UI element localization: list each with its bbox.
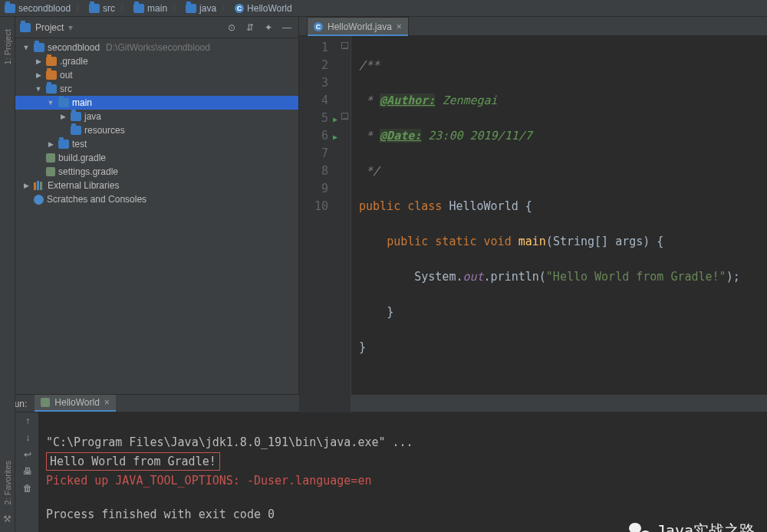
wrap-icon[interactable]: ↩	[24, 449, 31, 460]
project-sidebar: Project ▾ ⊙ ⇵ ✦ — ▼ secondblood D:\GitWo…	[15, 17, 299, 394]
tree-item[interactable]: ▶build.gradle	[15, 151, 298, 165]
folder-icon	[46, 84, 57, 94]
wechat-icon	[629, 521, 650, 532]
crumb-project[interactable]: secondblood	[5, 3, 71, 14]
chevron-right-icon: 〉	[172, 2, 181, 15]
line-gutter: 1234 5678 910 ▶ ▶	[299, 36, 339, 427]
svg-rect-1	[37, 181, 39, 190]
code-area[interactable]: /** * @Author: Zenmegai * @Date: 23:00 2…	[351, 36, 767, 427]
crumb-main[interactable]: main	[133, 3, 167, 14]
run-panel: Run: HelloWorld × ▶ ■ ⏸ ⏏ ▦ ↑ ↓ ↩ 🖶 🗑	[0, 394, 767, 532]
chevron-right-icon: 〉	[120, 2, 129, 15]
locate-icon[interactable]: ⊙	[225, 21, 239, 34]
chevron-right-icon[interactable]: ▶	[34, 57, 43, 65]
watermark: Java实战之路	[629, 521, 755, 532]
chevron-right-icon[interactable]: ▶	[21, 182, 31, 189]
folder-icon	[71, 112, 81, 121]
tree-item[interactable]: ▶settings.gradle	[15, 165, 298, 179]
folder-icon	[46, 71, 57, 80]
close-icon[interactable]: ×	[397, 21, 402, 32]
gradle-file-icon	[46, 167, 55, 176]
tree-item[interactable]: ▶test	[15, 137, 298, 151]
favorites-toolwindow-tab[interactable]: 2: Favorites	[3, 461, 12, 504]
library-icon	[34, 181, 44, 190]
folder-icon	[34, 43, 44, 52]
class-icon: C	[235, 4, 244, 13]
tree-item-selected[interactable]: ▼main	[15, 96, 298, 110]
down-icon[interactable]: ↓	[25, 432, 30, 443]
run-tab[interactable]: HelloWorld ×	[35, 395, 115, 412]
chevron-right-icon[interactable]: ▶	[34, 71, 43, 79]
run-toolbar-right: ↑ ↓ ↩ 🖶 🗑	[17, 412, 38, 532]
build-icon[interactable]: ⚒	[3, 514, 12, 524]
console-highlighted-output: Hello World from Gradle!	[46, 452, 220, 471]
chevron-right-icon[interactable]: ▶	[46, 140, 55, 148]
tree-item[interactable]: ▼src	[15, 82, 298, 96]
tree-scratches[interactable]: ▶Scratches and Consoles	[15, 192, 298, 206]
chevron-down-icon[interactable]: ▼	[21, 44, 31, 51]
tree-item[interactable]: ▶out	[15, 68, 298, 82]
folder-icon	[5, 4, 15, 13]
console-line: Process finished with exit code 0	[46, 507, 275, 521]
folder-icon	[46, 57, 57, 66]
gradle-file-icon	[46, 153, 55, 163]
folder-icon	[71, 126, 81, 135]
fold-column	[339, 36, 351, 427]
crumb-class[interactable]: CHelloWorld	[235, 3, 291, 14]
console-output[interactable]: "C:\Program Files\Java\jdk1.8.0_191\bin\…	[38, 412, 767, 532]
trash-icon[interactable]: 🗑	[23, 483, 32, 494]
breadcrumb: secondblood 〉 src 〉 main 〉 java 〉 CHello…	[0, 0, 767, 17]
project-toolwindow-tab[interactable]: 1: Project	[3, 29, 12, 64]
hide-icon[interactable]: —	[280, 21, 294, 34]
project-icon	[20, 23, 31, 32]
gear-icon[interactable]: ✦	[262, 21, 275, 34]
tree-root-path: D:\GitWorks\secondblood	[106, 42, 210, 53]
console-line: "C:\Program Files\Java\jdk1.8.0_191\bin\…	[46, 435, 413, 449]
svg-rect-0	[34, 182, 36, 190]
chevron-right-icon: 〉	[75, 2, 84, 15]
dropdown-icon[interactable]: ▾	[68, 22, 73, 33]
tree-item[interactable]: ▶resources	[15, 123, 298, 137]
run-panel-header: Run: HelloWorld ×	[0, 395, 767, 412]
left-toolstrip: 1: Project	[0, 17, 15, 394]
print-icon[interactable]: 🖶	[23, 466, 32, 477]
editor-tabbar: C HelloWorld.java ×	[299, 17, 767, 36]
tree-root[interactable]: ▼ secondblood D:\GitWorks\secondblood	[15, 41, 298, 54]
up-icon[interactable]: ↑	[25, 415, 30, 426]
folder-icon	[58, 98, 69, 107]
svg-rect-2	[40, 182, 42, 190]
fold-icon[interactable]	[341, 113, 348, 120]
scratches-icon	[34, 195, 44, 205]
editor-area: C HelloWorld.java × 1234 5678 910 ▶ ▶ /*	[299, 17, 767, 394]
chevron-down-icon[interactable]: ▼	[34, 85, 43, 93]
run-gutter-icon[interactable]: ▶	[333, 128, 337, 146]
fold-icon[interactable]	[341, 42, 348, 49]
editor-body[interactable]: 1234 5678 910 ▶ ▶ /** * @Author: Zenmega…	[299, 36, 767, 427]
console-line: Picked up JAVA_TOOL_OPTIONS: -Duser.lang…	[46, 474, 371, 488]
run-config-icon	[41, 398, 50, 407]
tree-item[interactable]: ▶.gradle	[15, 54, 298, 68]
tree-external-libs[interactable]: ▶External Libraries	[15, 179, 298, 192]
collapse-icon[interactable]: ⇵	[243, 21, 257, 34]
run-gutter-icon[interactable]: ▶	[333, 110, 337, 128]
chevron-right-icon: 〉	[221, 2, 230, 15]
folder-icon	[133, 4, 144, 13]
folder-icon	[58, 140, 69, 149]
editor-tab[interactable]: C HelloWorld.java ×	[307, 17, 409, 35]
tree-item[interactable]: ▶java	[15, 110, 298, 123]
project-tree[interactable]: ▼ secondblood D:\GitWorks\secondblood ▶.…	[15, 38, 298, 394]
class-icon: C	[314, 22, 323, 31]
folder-icon	[89, 4, 100, 13]
chevron-right-icon[interactable]: ▶	[58, 113, 67, 120]
crumb-src[interactable]: src	[89, 3, 115, 14]
folder-icon	[186, 4, 196, 13]
crumb-java[interactable]: java	[186, 3, 216, 14]
project-panel-title: Project	[35, 22, 64, 33]
project-panel-header: Project ▾ ⊙ ⇵ ✦ —	[15, 17, 298, 38]
chevron-down-icon[interactable]: ▼	[46, 99, 55, 107]
close-icon[interactable]: ×	[104, 397, 110, 408]
